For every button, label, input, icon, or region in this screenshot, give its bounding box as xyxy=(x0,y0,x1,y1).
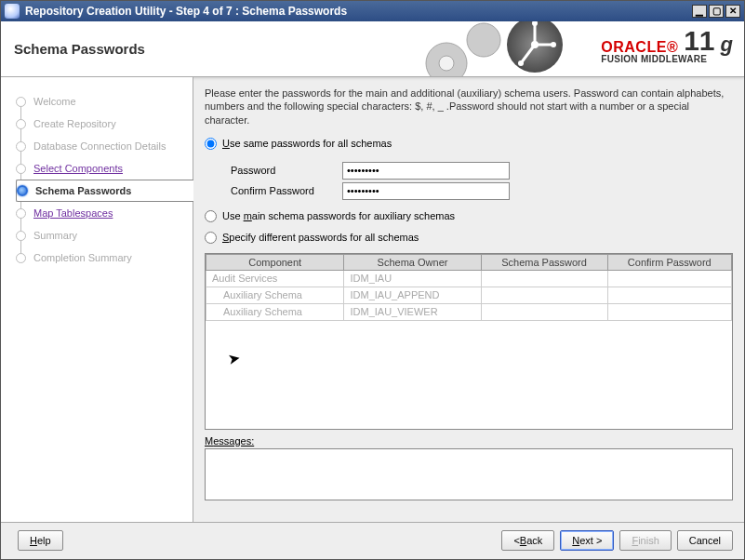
col-owner[interactable]: Schema Owner xyxy=(344,254,481,270)
step-label: Summary xyxy=(33,230,77,241)
step-db-connection: Database Connection Details xyxy=(16,135,183,157)
maximize-button[interactable]: ▢ xyxy=(709,5,724,18)
col-confirm[interactable]: Confirm Password xyxy=(607,254,731,270)
cell-pw xyxy=(481,303,607,320)
footer: Help < Back Next > Finish Cancel xyxy=(1,522,744,557)
table-row: Audit Services IDM_IAU xyxy=(206,270,732,287)
close-button[interactable]: ✕ xyxy=(725,5,740,18)
help-button[interactable]: Help xyxy=(18,530,63,551)
radio-main-passwords[interactable] xyxy=(205,210,217,222)
cell-cpw xyxy=(607,287,731,303)
radio-diff-passwords-row[interactable]: Specify different passwords for all sche… xyxy=(205,232,733,244)
table-row: Auxiliary Schema IDM_IAU_VIEWER xyxy=(206,303,732,320)
confirm-password-label: Confirm Password xyxy=(231,185,342,196)
brand-g: g xyxy=(721,34,733,55)
step-welcome: Welcome xyxy=(16,90,183,113)
step-completion: Completion Summary xyxy=(16,247,183,269)
cell-cpw xyxy=(607,270,731,287)
wizard-sidebar: Welcome Create Repository Database Conne… xyxy=(1,77,193,522)
gears-graphic-icon xyxy=(409,21,586,77)
step-label[interactable]: Select Components xyxy=(33,163,123,174)
main-panel: Please enter the passwords for the main … xyxy=(193,77,744,522)
schema-table-container: Component Schema Owner Schema Password C… xyxy=(205,253,733,430)
cell-pw xyxy=(481,270,607,287)
col-password[interactable]: Schema Password xyxy=(481,254,607,270)
radio-diff-passwords-label[interactable]: Specify different passwords for all sche… xyxy=(222,232,419,243)
step-select-components[interactable]: Select Components xyxy=(16,157,183,180)
titlebar: Repository Creation Utility - Step 4 of … xyxy=(1,1,744,21)
radio-same-passwords[interactable] xyxy=(205,138,217,150)
radio-same-passwords-label[interactable]: Use same passwords for all schemas xyxy=(222,138,392,149)
minimize-button[interactable]: ▁ xyxy=(692,5,707,18)
messages-box[interactable] xyxy=(205,448,733,500)
cell-component: Audit Services xyxy=(206,270,344,287)
confirm-password-input[interactable] xyxy=(342,182,510,200)
brand-oracle-text: ORACLE xyxy=(601,39,667,55)
finish-button: Finish xyxy=(619,530,671,551)
brand-fm-text: FUSION MIDDLEWARE xyxy=(601,55,733,64)
table-row: Auxiliary Schema IDM_IAU_APPEND xyxy=(206,287,732,303)
radio-same-passwords-row[interactable]: Use same passwords for all schemas xyxy=(205,138,733,150)
brand-version: 11 xyxy=(684,27,714,55)
cell-component: Auxiliary Schema xyxy=(206,303,344,320)
next-button[interactable]: Next > xyxy=(560,530,614,551)
schema-table: Component Schema Owner Schema Password C… xyxy=(206,254,732,321)
step-label: Create Repository xyxy=(33,118,116,129)
cell-pw xyxy=(481,287,607,303)
cancel-button[interactable]: Cancel xyxy=(677,530,733,551)
step-label: Welcome xyxy=(33,96,76,107)
window-title: Repository Creation Utility - Step 4 of … xyxy=(25,5,692,18)
radio-main-passwords-row[interactable]: Use main schema passwords for auxiliary … xyxy=(205,210,733,222)
svg-point-7 xyxy=(531,41,539,48)
step-summary: Summary xyxy=(16,224,183,247)
cell-owner: IDM_IAU xyxy=(344,270,481,287)
step-label[interactable]: Map Tablespaces xyxy=(33,207,113,219)
cell-owner: IDM_IAU_APPEND xyxy=(344,287,481,303)
radio-main-passwords-label[interactable]: Use main schema passwords for auxiliary … xyxy=(222,210,455,221)
radio-diff-passwords[interactable] xyxy=(205,232,217,244)
svg-point-5 xyxy=(551,42,556,47)
password-label: Password xyxy=(231,165,342,176)
instruction-text: Please enter the passwords for the main … xyxy=(205,87,733,127)
java-cup-icon xyxy=(5,4,20,19)
cell-cpw xyxy=(607,303,731,320)
step-map-tablespaces[interactable]: Map Tablespaces xyxy=(16,202,183,224)
messages-label: Messages: xyxy=(205,435,733,447)
svg-point-2 xyxy=(467,23,500,57)
step-create-repository: Create Repository xyxy=(16,113,183,135)
cell-owner: IDM_IAU_VIEWER xyxy=(344,303,481,320)
page-title: Schema Passwords xyxy=(14,41,145,57)
step-schema-passwords[interactable]: Schema Passwords xyxy=(16,180,193,202)
step-label: Schema Passwords xyxy=(35,185,131,196)
step-label: Database Connection Details xyxy=(33,140,166,152)
header: Schema Passwords ORACLE® 11g xyxy=(1,21,744,77)
brand-logo: ORACLE® 11g FUSION MIDDLEWARE xyxy=(601,27,733,64)
svg-point-6 xyxy=(518,60,524,66)
col-component[interactable]: Component xyxy=(206,254,344,270)
svg-point-1 xyxy=(439,56,454,71)
password-input[interactable] xyxy=(342,162,510,180)
cell-component: Auxiliary Schema xyxy=(206,287,344,303)
back-button[interactable]: < Back xyxy=(501,530,554,551)
step-label: Completion Summary xyxy=(33,252,132,263)
